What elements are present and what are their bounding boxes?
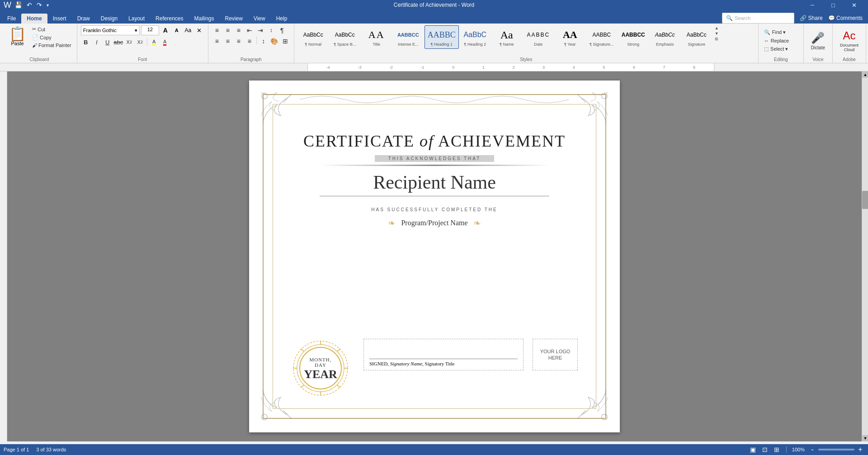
style-emphasis[interactable]: AaBbCc Emphasis [650, 25, 680, 49]
style-heading1[interactable]: AABBC ¶ Heading 1 [425, 25, 459, 49]
clear-format-button[interactable]: ✕ [194, 25, 204, 35]
find-button[interactable]: 🔍Find ▾ [762, 28, 788, 36]
font-name-selector[interactable]: Franklin Gothic ▾ [81, 25, 140, 35]
style-strong[interactable]: AABBCC Strong [618, 25, 649, 49]
subscript-button[interactable]: X2 [124, 37, 134, 47]
vertical-scrollbar[interactable]: ▲ ▼ [862, 71, 868, 441]
cert-program-row: ❧ Program/Project Name ❧ [388, 218, 481, 228]
bullets-button[interactable]: ≡ [212, 25, 222, 35]
cert-seal-month: MONTH, DAY [304, 357, 337, 368]
align-right-button[interactable]: ≡ [234, 36, 244, 46]
multilevel-button[interactable]: ≡ [234, 25, 244, 35]
redo-button[interactable]: ↷ [35, 1, 43, 9]
print-layout-button[interactable]: ▣ [749, 446, 757, 454]
tab-draw[interactable]: Draw [72, 14, 95, 24]
align-center-button[interactable]: ≡ [223, 36, 233, 46]
cert-completed: HAS SUCCESSFULLY COMPLETED THE [371, 207, 498, 212]
save-button[interactable]: 💾 [13, 1, 24, 9]
styles-scroll[interactable]: ▲ ▼ ⊞ [714, 25, 720, 42]
zoom-in-button[interactable]: + [856, 446, 864, 454]
styles-scroll-down[interactable]: ▼ [714, 31, 720, 36]
shading-button[interactable]: 🎨 [269, 36, 279, 46]
tell-me-placeholder: Search [735, 15, 750, 21]
cut-button[interactable]: ✂Cut [30, 25, 73, 33]
comments-button[interactable]: 💬 Comments [828, 15, 863, 21]
zoom-slider[interactable] [818, 449, 854, 450]
cert-seal-year[interactable]: YEAR [304, 368, 337, 381]
read-mode-button[interactable]: ⊞ [773, 446, 781, 454]
tab-design[interactable]: Design [95, 14, 123, 24]
style-no-spacing[interactable]: AaBbCc ¶ Space B... [330, 25, 360, 49]
status-left: Page 1 of 1 3 of 33 words [4, 447, 66, 452]
document-cloud-button[interactable]: Ac DocumentCloud [836, 27, 862, 55]
share-button[interactable]: 🔗 Share [800, 15, 822, 21]
font-size-input[interactable]: 12 [141, 25, 159, 35]
text-highlight-button[interactable]: A [149, 37, 159, 47]
style-signature[interactable]: AABBC ¶ Signature... [586, 25, 617, 49]
zoom-out-button[interactable]: - [808, 446, 816, 454]
style-normal[interactable]: AaBbCc ¶ Normal [298, 25, 329, 49]
tab-review[interactable]: Review [220, 14, 248, 24]
web-layout-button[interactable]: ⊡ [761, 446, 769, 454]
align-left-button[interactable]: ≡ [212, 36, 222, 46]
font-label: Font [81, 56, 204, 62]
style-date[interactable]: AABBC Date [523, 25, 554, 49]
tab-layout[interactable]: Layout [123, 14, 150, 24]
change-case-button[interactable]: Aa [183, 25, 193, 35]
increase-indent-button[interactable]: ⇥ [255, 25, 265, 35]
justify-button[interactable]: ≡ [245, 36, 255, 46]
decrease-indent-button[interactable]: ⇤ [245, 25, 255, 35]
svg-line-11 [301, 349, 304, 351]
superscript-button[interactable]: X2 [135, 37, 145, 47]
styles-scroll-up[interactable]: ▲ [714, 25, 720, 31]
strikethrough-button[interactable]: abc [113, 37, 123, 47]
cert-logo-box[interactable]: YOUR LOGO HERE [533, 339, 578, 370]
style-year[interactable]: AA ¶ Year [555, 25, 585, 49]
sort-button[interactable]: ↕ [266, 25, 276, 35]
line-spacing-button[interactable]: ↕ [259, 36, 269, 46]
increase-font-size-button[interactable]: A [160, 25, 170, 35]
cert-title: CERTIFICATE of ACHIEVEMENT [303, 132, 566, 151]
show-hide-button[interactable]: ¶ [277, 25, 287, 35]
tell-me-search[interactable]: 🔍 Search [722, 13, 794, 24]
tab-view[interactable]: View [248, 14, 271, 24]
flourish-left: ❧ [388, 218, 396, 228]
paste-button[interactable]: 📋 Paste [5, 25, 29, 49]
numbering-button[interactable]: ≡ [223, 25, 233, 35]
customize-qa-button[interactable]: ▾ [45, 3, 50, 8]
tab-home[interactable]: Home [21, 14, 47, 24]
undo-button[interactable]: ↶ [25, 1, 33, 9]
style-title[interactable]: AA Title [361, 25, 392, 49]
minimize-button[interactable]: ─ [802, 0, 823, 11]
tab-help[interactable]: Help [271, 14, 293, 24]
close-button[interactable]: ✕ [844, 0, 864, 11]
tab-references[interactable]: References [150, 14, 189, 24]
sig-line [369, 359, 518, 359]
cert-program[interactable]: Program/Project Name [401, 219, 467, 227]
cert-recipient[interactable]: Recipient Name [373, 171, 496, 193]
svg-line-14 [301, 385, 304, 388]
maximize-button[interactable]: □ [823, 0, 844, 11]
dictate-button[interactable]: 🎤 Dictate [807, 29, 829, 53]
font-color-button[interactable]: A [160, 37, 170, 47]
replace-button[interactable]: ↔Replace [762, 37, 791, 44]
tab-file[interactable]: File [2, 14, 21, 24]
cert-sig-label: SIGNED, Signatory Name, Signatory Title [369, 361, 518, 366]
left-panel [0, 71, 7, 441]
select-button[interactable]: ⬚Select ▾ [762, 45, 790, 53]
style-signature2[interactable]: AaBbCc Signature [681, 25, 712, 49]
format-painter-button[interactable]: 🖌Format Painter [30, 42, 73, 49]
borders-button[interactable]: ⊞ [280, 36, 290, 46]
decrease-font-size-button[interactable]: A [172, 25, 182, 35]
bold-button[interactable]: B [81, 37, 91, 47]
styles-label: Styles [298, 56, 755, 62]
styles-expand[interactable]: ⊞ [714, 36, 720, 42]
style-name[interactable]: Aa ¶ Name [491, 25, 522, 49]
underline-button[interactable]: U [103, 37, 113, 47]
italic-button[interactable]: I [92, 37, 102, 47]
tab-insert[interactable]: Insert [47, 14, 72, 24]
copy-button[interactable]: 📄Copy [30, 33, 73, 41]
tab-mailings[interactable]: Mailings [189, 14, 219, 24]
style-intense-e[interactable]: AABBCC Intense E... [393, 25, 424, 49]
style-heading2[interactable]: AaBbC ¶ Heading 2 [460, 25, 491, 49]
